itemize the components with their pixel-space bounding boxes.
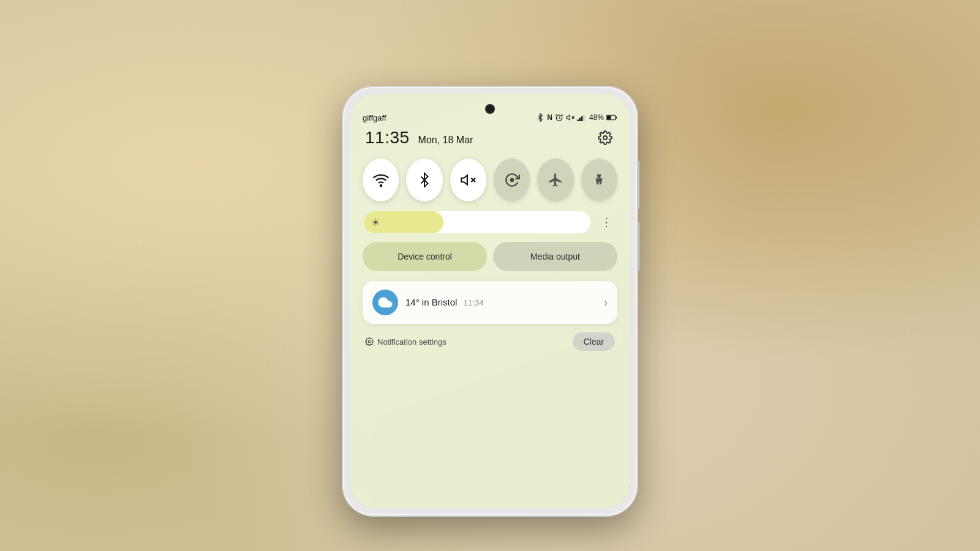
bluetooth-status-icon (536, 113, 545, 122)
bluetooth-toggle[interactable] (406, 159, 442, 201)
phone-shell: giffgaff N (343, 87, 637, 515)
battery-icon (606, 114, 617, 121)
svg-point-21 (598, 182, 600, 184)
phone-screen: giffgaff N (350, 94, 630, 508)
svg-rect-11 (583, 114, 585, 121)
settings-small-icon (365, 337, 374, 346)
airplane-icon (548, 172, 564, 188)
flashlight-toggle[interactable] (581, 159, 617, 201)
wifi-toggle[interactable] (363, 159, 399, 201)
svg-marker-5 (567, 115, 570, 120)
notification-expand-icon[interactable]: › (604, 296, 608, 309)
svg-line-2 (559, 118, 560, 119)
front-camera (485, 104, 495, 114)
quick-toggle-grid (363, 159, 617, 201)
svg-rect-9 (579, 118, 581, 121)
carrier-label: giffgaff (363, 113, 386, 122)
media-row: Device control Media output (363, 242, 617, 271)
date-display: Mon, 18 Mar (418, 135, 473, 146)
svg-point-16 (380, 185, 382, 186)
time-display: 11:35 (365, 128, 410, 148)
clear-notifications-button[interactable]: Clear (573, 332, 615, 351)
svg-point-20 (510, 178, 514, 182)
airplane-toggle[interactable] (537, 159, 573, 201)
mute-toggle[interactable] (450, 159, 486, 201)
svg-rect-8 (577, 119, 579, 121)
svg-line-3 (556, 114, 557, 116)
volume-icon (566, 113, 575, 122)
time-date-group: 11:35 Mon, 18 Mar (365, 128, 473, 148)
notification-time: 11:34 (464, 298, 484, 307)
signal-icon (577, 114, 587, 121)
svg-rect-13 (616, 117, 617, 119)
sun-icon: ☀ (371, 217, 380, 228)
brightness-row: ☀ ⋮ (363, 211, 617, 233)
notification-settings-label: Notification settings (377, 337, 447, 347)
status-icons: N 48% (536, 113, 617, 122)
brightness-slider[interactable]: ☀ (364, 211, 590, 233)
brightness-more-button[interactable]: ⋮ (597, 212, 616, 232)
rotate-icon (504, 172, 520, 188)
svg-point-22 (368, 340, 371, 343)
quick-settings-panel: 11:35 Mon, 18 Mar (350, 94, 630, 508)
mute-icon (460, 172, 476, 188)
notification-text: 14° in Bristol (405, 297, 457, 307)
notification-content: 14° in Bristol 11:34 (405, 297, 597, 308)
notification-app-icon (372, 290, 398, 315)
bottom-row: Notification settings Clear (363, 332, 617, 351)
nfc-icon: N (547, 113, 552, 122)
svg-rect-10 (581, 116, 583, 121)
wifi-icon (372, 171, 390, 189)
settings-gear-button[interactable] (595, 128, 615, 148)
gear-icon (598, 130, 612, 145)
media-output-button[interactable]: Media output (493, 242, 617, 271)
notification-card[interactable]: 14° in Bristol 11:34 › (363, 281, 617, 324)
alarm-icon (555, 113, 564, 122)
flashlight-icon (592, 172, 606, 188)
svg-rect-14 (607, 116, 611, 119)
phone-container: giffgaff N (343, 87, 637, 515)
svg-point-15 (603, 136, 607, 140)
svg-marker-17 (461, 175, 467, 184)
bluetooth-icon (417, 171, 432, 189)
autorotate-toggle[interactable] (494, 159, 530, 201)
battery-label: 48% (589, 113, 604, 122)
device-control-button[interactable]: Device control (363, 242, 487, 271)
svg-line-4 (562, 114, 563, 116)
cloud-icon (378, 295, 393, 310)
notification-settings-link[interactable]: Notification settings (365, 337, 447, 347)
time-date-row: 11:35 Mon, 18 Mar (363, 128, 617, 148)
